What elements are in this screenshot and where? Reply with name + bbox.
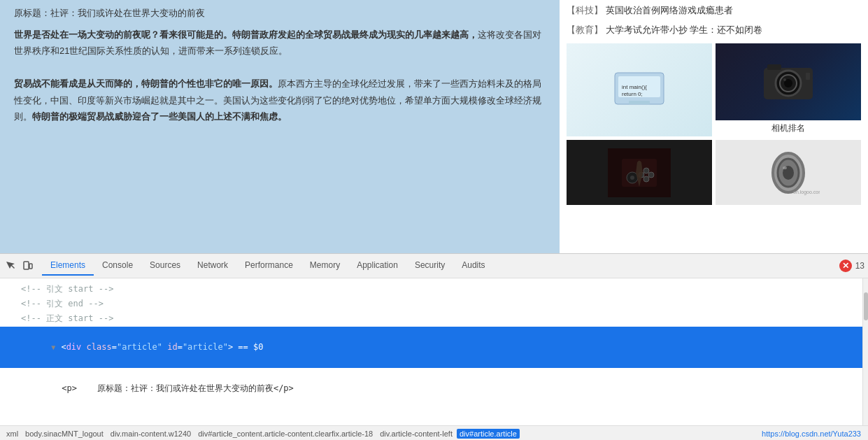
close-number: 13 xyxy=(855,261,865,271)
breadcrumb-article-content[interactable]: div#article_content.article-content.clea… xyxy=(195,429,376,439)
tab-memory[interactable]: Memory xyxy=(301,256,348,276)
svg-rect-11 xyxy=(806,73,810,80)
close-button[interactable]: ✕ xyxy=(839,260,852,272)
news-text-2: 大学考试允许带小抄 学生：还不如闭卷 xyxy=(606,24,763,35)
inspect-element-button[interactable] xyxy=(3,259,17,273)
devtools-tabs: Elements Console Sources Network Perform… xyxy=(42,256,494,276)
breadcrumb-article[interactable]: div#article.article xyxy=(457,429,520,439)
image-cell-lens[interactable]: on.logoo.com 滑环 xyxy=(716,140,861,205)
code-line-5: <p> 原标题：社评：我们或许处在世界大变动的前夜</p> xyxy=(0,368,868,410)
camera-icon xyxy=(757,57,820,106)
kids-coding-icon: int main(){ return 0; xyxy=(611,69,667,111)
tab-audits[interactable]: Audits xyxy=(453,256,493,276)
svg-rect-6 xyxy=(767,64,781,70)
code-line-selected[interactable]: ▼ <div class="article" id="article"> == … xyxy=(0,327,868,369)
svg-point-16 xyxy=(643,168,649,173)
svg-point-10 xyxy=(783,78,786,81)
breadcrumb-body[interactable]: body.sinacMNT_logout xyxy=(22,429,106,439)
game-icon xyxy=(608,148,671,197)
news-item-2[interactable]: 【教育】 大学考试允许带小抄 学生：还不如闭卷 xyxy=(567,23,861,37)
devtools-toolbar: Elements Console Sources Network Perform… xyxy=(0,254,868,278)
breadcrumb-content-left[interactable]: div.article-content-left xyxy=(377,429,455,439)
device-toolbar-button[interactable] xyxy=(21,259,35,273)
tab-security[interactable]: Security xyxy=(406,256,453,276)
article-body: 世界是否处在一场大变动的前夜呢？看来很可能是的。特朗普政府发起的全球贸易战最终成… xyxy=(14,27,546,125)
image-label-camera: 相机排名 xyxy=(716,120,861,136)
tab-console[interactable]: Console xyxy=(94,256,141,276)
code-line-2: <!-- 引文 end --> xyxy=(0,297,868,311)
svg-rect-26 xyxy=(24,262,29,269)
news-item-1[interactable]: 【科技】 英国收治首例网络游戏成瘾患者 xyxy=(567,3,861,17)
article-title: 原标题：社评：我们或许处在世界大变动的前夜 xyxy=(14,7,546,20)
svg-text:return 0;: return 0; xyxy=(622,91,643,97)
news-tag-1: 【科技】 xyxy=(567,5,603,15)
svg-point-18 xyxy=(643,176,649,182)
svg-point-15 xyxy=(630,176,634,180)
code-line-3: <!-- 正文 start --> xyxy=(0,311,868,326)
article-content: 原标题：社评：我们或许处在世界大变动的前夜 世界是否处在一场大变动的前夜呢？看来… xyxy=(0,0,560,253)
paragraph-2: 贸易战不能看成是从天而降的，特朗普的个性也非它的唯一原因。原本西方主导的全球化经… xyxy=(14,76,546,125)
image-cell-kids[interactable]: int main(){ return 0; 哪有儿童编程 xyxy=(567,43,712,136)
image-cell-camera[interactable]: 相机排名 xyxy=(716,43,861,136)
svg-text:int main(){: int main(){ xyxy=(622,84,647,90)
close-area: ✕ 13 xyxy=(839,260,865,272)
tab-application[interactable]: Application xyxy=(348,256,406,276)
news-tag-2: 【教育】 xyxy=(567,24,603,35)
svg-text:on.logoo.com: on.logoo.com xyxy=(793,190,820,195)
tab-network[interactable]: Network xyxy=(189,256,236,276)
right-sidebar: 【科技】 英国收治首例网络游戏成瘾患者 【教育】 大学考试允许带小抄 学生：还不… xyxy=(560,0,868,253)
svg-point-24 xyxy=(783,166,787,169)
news-text-1: 英国收治首例网络游戏成瘾患者 xyxy=(606,5,733,15)
image-cell-game[interactable]: 十大网游排行榜 xyxy=(567,140,712,205)
scroll-thumb[interactable] xyxy=(864,292,868,320)
tab-performance[interactable]: Performance xyxy=(236,256,301,276)
tab-elements[interactable]: Elements xyxy=(42,256,94,276)
webpage-area: 原标题：社评：我们或许处在世界大变动的前夜 世界是否处在一场大变动的前夜呢？看来… xyxy=(0,0,868,253)
svg-rect-4 xyxy=(629,101,650,104)
svg-rect-27 xyxy=(29,264,32,269)
lens-icon: on.logoo.com xyxy=(757,148,820,197)
code-line-6[interactable]: ▶ <p>…</p> xyxy=(0,410,868,425)
devtools-code-content[interactable]: <!-- 引文 start --> <!-- 引文 end --> <!-- 正… xyxy=(0,278,868,425)
svg-point-17 xyxy=(648,172,654,178)
breadcrumb-xml[interactable]: xml xyxy=(3,429,21,439)
devtools-panel: Elements Console Sources Network Perform… xyxy=(0,253,868,440)
scrollbar[interactable] xyxy=(862,278,868,425)
breadcrumb-main[interactable]: div.main-content.w1240 xyxy=(108,429,194,439)
paragraph-1: 世界是否处在一场大变动的前夜呢？看来很可能是的。特朗普政府发起的全球贸易战最终成… xyxy=(14,27,546,59)
devtools-icon-group xyxy=(3,259,35,273)
code-line-1: <!-- 引文 start --> xyxy=(0,282,868,297)
image-grid: int main(){ return 0; 哪有儿童编程 xyxy=(567,43,861,205)
tab-sources[interactable]: Sources xyxy=(141,256,189,276)
breadcrumb-url[interactable]: https://blog.csdn.net/Yuta233 xyxy=(762,430,865,438)
breadcrumb: xml body.sinacMNT_logout div.main-conten… xyxy=(0,425,868,440)
